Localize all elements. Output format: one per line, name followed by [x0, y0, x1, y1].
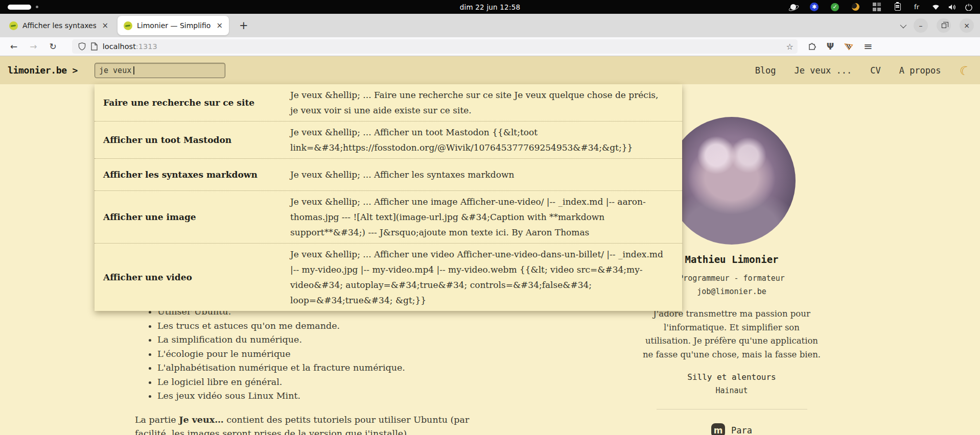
tab-title: Limonier — Simplifions l'i: [137, 21, 211, 30]
search-results-dropdown: Faire une recherche sur ce site Je veux …: [95, 84, 682, 311]
shield-icon[interactable]: [78, 42, 86, 51]
result-snippet: Je veux &hellip; ... Afficher les syntax…: [290, 164, 682, 185]
forward-icon[interactable]: →: [24, 41, 43, 52]
wallabag-icon[interactable]: Ψ: [827, 41, 834, 52]
result-title: Afficher les syntaxes markdown: [95, 170, 290, 180]
search-input-value: je veux: [99, 66, 131, 75]
url-port: :1313: [136, 42, 157, 51]
text-caret: [133, 66, 134, 75]
tab-limonier-home[interactable]: Limonier — Simplifions l'i ×: [118, 16, 229, 35]
list-all-tabs-icon[interactable]: [900, 21, 907, 28]
result-snippet: Je veux &hellip; ... Afficher un toot Ma…: [290, 122, 682, 158]
bookmark-star-icon[interactable]: ☆: [786, 42, 793, 52]
mastodon-link[interactable]: m Para: [640, 423, 824, 435]
blog-topics-list: Utiliser Ubuntu. Les trucs et astuces qu…: [157, 305, 487, 403]
result-title: Afficher une image: [95, 212, 290, 222]
status-cluster[interactable]: [931, 3, 973, 11]
search-result-afficher-image[interactable]: Afficher une image Je veux &hellip; ... …: [95, 190, 682, 243]
je-veux-paragraph: La partie Je veux… contient des petits t…: [135, 413, 487, 435]
sidebar-divider: [657, 409, 807, 409]
clipboard-icon[interactable]: [893, 3, 902, 11]
gnome-top-bar: dim 22 jun 12:58 ✱ ✓ fr: [0, 0, 980, 14]
result-title: Afficher un toot Mastodon: [95, 135, 290, 145]
nav-je-veux[interactable]: Je veux ...: [795, 65, 852, 76]
wifi-icon: [931, 3, 940, 11]
profile-bio: J'adore transmettre ma passion pour l'in…: [640, 307, 824, 361]
search-input[interactable]: je veux: [95, 63, 225, 78]
window-restore-button[interactable]: [937, 18, 951, 33]
result-title: Faire une recherche sur ce site: [95, 98, 290, 108]
updates-ok-icon[interactable]: ✓: [831, 3, 839, 11]
planet-icon[interactable]: [789, 3, 798, 11]
browser-tab-bar: Afficher les syntaxes mark × Limonier — …: [0, 14, 980, 37]
site-nav: Blog Je veux ... CV A propos ☾: [755, 64, 980, 77]
page-info-icon[interactable]: [91, 42, 98, 51]
nightlight-icon[interactable]: [851, 3, 860, 11]
tiling-icon[interactable]: [872, 3, 881, 11]
site-header: limonier.be > je veux Blog Je veux ... C…: [0, 56, 980, 84]
mastodon-icon: m: [711, 423, 725, 435]
search-result-afficher-video[interactable]: Afficher une video Je veux &hellip; ... …: [95, 243, 682, 311]
site-favicon: [124, 21, 132, 30]
browser-toolbar: ← → ↻ localhost :1313 ☆ Ψ ≡: [0, 37, 980, 56]
site-favicon: [9, 21, 18, 30]
result-snippet: Je veux &hellip; ... Afficher une image …: [290, 191, 682, 243]
url-bar[interactable]: localhost :1313 ☆: [72, 39, 798, 54]
list-item: L'alphabétisation numérique et la fractu…: [157, 361, 487, 375]
back-icon[interactable]: ←: [4, 41, 24, 52]
site-brand[interactable]: limonier.be >: [8, 65, 78, 76]
nav-blog[interactable]: Blog: [755, 65, 776, 76]
list-item: Les jeux vidéo sous Linux Mint.: [157, 389, 487, 403]
volume-icon: [948, 3, 956, 11]
profile-photo: [668, 117, 796, 245]
profile-location: Silly et alentours: [640, 372, 824, 382]
result-title: Afficher une video: [95, 272, 290, 282]
tab-title: Afficher les syntaxes mark: [22, 21, 96, 30]
list-item: Le logiciel libre en général.: [157, 375, 487, 390]
nav-a-propos[interactable]: A propos: [899, 65, 941, 76]
profile-region: Hainaut: [640, 386, 824, 395]
extensions-puzzle-icon[interactable]: [808, 42, 816, 51]
tab-close-icon[interactable]: ×: [101, 21, 109, 30]
hamburger-menu-icon[interactable]: ≡: [864, 40, 873, 53]
new-tab-button[interactable]: +: [236, 19, 251, 32]
tab-close-icon[interactable]: ×: [215, 21, 224, 30]
result-snippet: Je veux &hellip; ... Faire une recherche…: [290, 84, 682, 121]
privacy-badger-icon[interactable]: [844, 42, 853, 51]
system-tray: ✱ ✓ fr: [789, 3, 980, 11]
power-icon: [964, 3, 973, 11]
result-snippet: Je veux &hellip; ... Afficher une video …: [290, 244, 682, 311]
tab-syntaxes-markdown[interactable]: Afficher les syntaxes mark ×: [3, 16, 114, 35]
dark-mode-moon-icon[interactable]: ☾: [958, 63, 968, 77]
restore-icon: [942, 23, 946, 28]
vault-icon[interactable]: ✱: [810, 3, 819, 11]
list-item: Les trucs et astuces qu'on me demande.: [157, 319, 487, 333]
window-minimize-button[interactable]: –: [914, 18, 928, 33]
reload-icon[interactable]: ↻: [43, 41, 63, 52]
url-host: localhost: [103, 42, 136, 51]
list-item: La simplification du numérique.: [157, 333, 487, 347]
nav-cv[interactable]: CV: [870, 65, 880, 76]
je-veux-bold: Je veux…: [179, 415, 223, 425]
keyboard-layout-indicator[interactable]: fr: [914, 3, 919, 11]
mastodon-label: Para: [731, 425, 752, 435]
search-result-toot-mastodon[interactable]: Afficher un toot Mastodon Je veux &helli…: [95, 121, 682, 158]
search-result-faire-une-recherche[interactable]: Faire une recherche sur ce site Je veux …: [95, 84, 682, 121]
window-close-button[interactable]: ×: [960, 18, 974, 33]
list-item: L'écologie pour le numérique: [157, 347, 487, 361]
search-result-syntaxes-markdown[interactable]: Afficher les syntaxes markdown Je veux &…: [95, 158, 682, 190]
